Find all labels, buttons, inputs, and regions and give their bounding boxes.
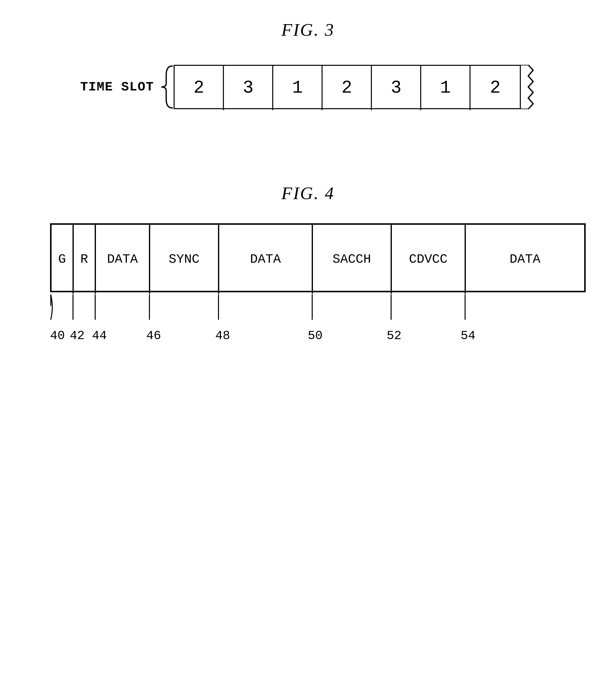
timeslot-cell-3: 2 — [323, 66, 372, 110]
svg-text:50: 50 — [308, 329, 323, 343]
svg-text:54: 54 — [461, 329, 475, 343]
fig4-section: FIG. 4 G R DATA SYNC DATA SACCH CDVCC DA… — [0, 183, 616, 348]
left-brace-icon — [159, 65, 174, 109]
fig4-cell-data2: DATA — [219, 225, 313, 294]
svg-text:40: 40 — [50, 329, 65, 343]
timeslot-cell-5: 1 — [421, 66, 471, 110]
fig4-cell-r: R — [74, 225, 96, 294]
fig4-cell-g: G — [52, 225, 74, 294]
fig4-cell-sync: SYNC — [150, 225, 219, 294]
fig3-section: FIG. 3 TIME SLOT 2 3 1 2 3 1 2 — [0, 20, 616, 109]
fig4-cell-data3: DATA — [466, 225, 584, 294]
right-jagged-icon — [521, 65, 536, 109]
fig4-labels-svg: 40 42 44 46 48 50 52 — [50, 294, 583, 348]
fig3-diagram: TIME SLOT 2 3 1 2 3 1 2 — [80, 65, 536, 109]
svg-text:44: 44 — [92, 329, 107, 343]
timeslot-cell-1: 3 — [224, 66, 273, 110]
timeslot-cell-6: 2 — [471, 66, 520, 110]
timeslot-boxes: 2 3 1 2 3 1 2 — [174, 65, 521, 109]
svg-text:52: 52 — [387, 329, 402, 343]
fig4-cell-cdvcc: CDVCC — [392, 225, 466, 294]
fig4-diagram: G R DATA SYNC DATA SACCH CDVCC DATA 40 — [50, 223, 586, 348]
fig4-boxes: G R DATA SYNC DATA SACCH CDVCC DATA — [50, 223, 586, 292]
svg-text:42: 42 — [70, 329, 85, 343]
timeslot-cell-2: 1 — [273, 66, 323, 110]
fig3-title: FIG. 3 — [281, 20, 335, 40]
timeslot-cell-4: 3 — [372, 66, 421, 110]
page: FIG. 3 TIME SLOT 2 3 1 2 3 1 2 — [0, 0, 616, 675]
fig4-cell-data1: DATA — [96, 225, 150, 294]
time-slot-label: TIME SLOT — [80, 80, 154, 94]
svg-text:46: 46 — [146, 329, 161, 343]
svg-text:48: 48 — [215, 329, 230, 343]
fig4-cell-sacch: SACCH — [313, 225, 392, 294]
timeslot-cell-0: 2 — [175, 66, 224, 110]
fig4-title: FIG. 4 — [281, 183, 335, 204]
